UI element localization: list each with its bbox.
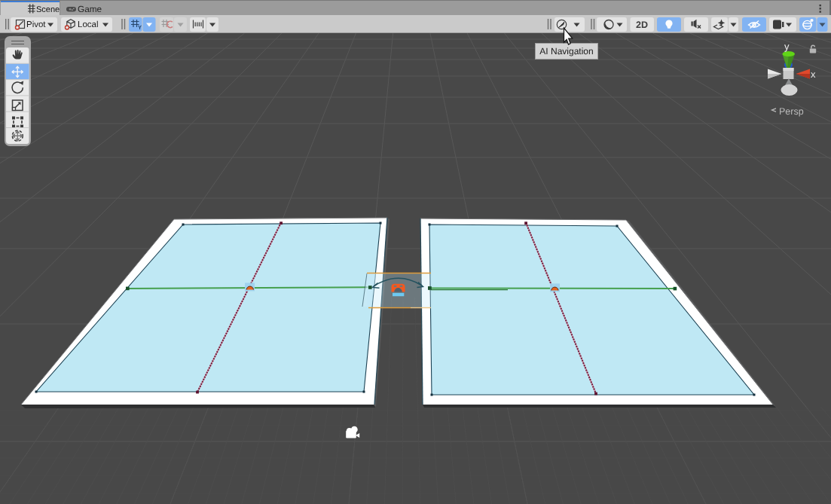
svg-text:Game: Game (78, 4, 102, 14)
svg-text:Scene: Scene (36, 5, 60, 14)
svg-text:Local: Local (78, 20, 99, 29)
svg-text:Persp: Persp (779, 106, 804, 117)
svg-text:x: x (811, 69, 816, 80)
svg-text:Pivot: Pivot (26, 20, 46, 29)
svg-text:2D: 2D (636, 20, 648, 30)
svg-text:Y: Y (138, 24, 142, 31)
svg-text:y: y (784, 41, 790, 52)
